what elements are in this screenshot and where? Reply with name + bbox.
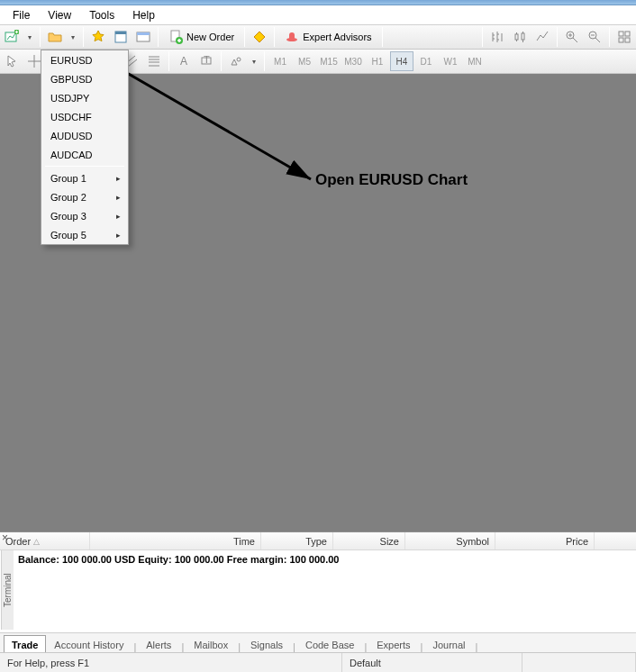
terminal-icon: [136, 30, 150, 44]
tab-divider: |: [291, 641, 297, 652]
col-label: Order: [5, 536, 31, 547]
menu-label: Group 1: [50, 173, 86, 184]
toolbar-separator: [168, 51, 169, 71]
status-profile[interactable]: Default: [342, 653, 522, 672]
menu-label: Group 5: [50, 230, 86, 241]
menu-label: USDCHF: [50, 112, 92, 123]
col-order[interactable]: Order △: [0, 532, 90, 549]
expert-hat-icon: [285, 30, 299, 44]
terminal-button[interactable]: [132, 27, 154, 48]
col-size[interactable]: Size: [333, 532, 405, 549]
timeframe-mn[interactable]: MN: [463, 51, 486, 71]
toolbar-separator: [557, 27, 558, 47]
line-chart-button[interactable]: [532, 27, 553, 48]
zoom-out-button[interactable]: [584, 27, 605, 48]
new-chart-button[interactable]: [1, 27, 23, 48]
star-icon: [91, 30, 105, 44]
shapes-button[interactable]: [225, 51, 247, 72]
dropdown-item-group3[interactable]: Group 3▸: [41, 206, 128, 225]
new-order-button[interactable]: New Order: [162, 27, 241, 48]
svg-rect-10: [522, 33, 524, 40]
dropdown-item-gbpusd[interactable]: GBPUSD: [41, 69, 128, 88]
tab-mailbox[interactable]: Mailbox: [186, 635, 236, 652]
balance-row[interactable]: Balance: 100 000.00 USD Equity: 100 000.…: [0, 550, 636, 568]
col-type[interactable]: Type: [261, 532, 333, 549]
menu-file[interactable]: File: [4, 7, 39, 23]
text-a-icon: A: [180, 55, 187, 68]
tile-button[interactable]: [613, 27, 635, 48]
status-bar: For Help, press F1 Default: [0, 652, 636, 672]
expert-advisors-button[interactable]: Expert Advisors: [278, 27, 377, 48]
svg-rect-9: [515, 34, 518, 40]
terminal-header-row: Order △ Time Type Size Symbol Price: [0, 532, 636, 550]
symbol-dropdown-menu: EURUSD GBPUSD USDJPY USDCHF AUDUSD AUDCA…: [41, 50, 129, 245]
tab-account-history[interactable]: Account History: [46, 635, 132, 652]
shapes-dropdown[interactable]: ▾: [248, 51, 260, 72]
timeframe-m30[interactable]: M30: [341, 51, 365, 71]
menu-label: AUDUSD: [50, 131, 92, 141]
toolbar-separator: [274, 27, 275, 47]
submenu-arrow-icon: ▸: [116, 231, 121, 240]
menu-help[interactable]: Help: [123, 7, 164, 23]
toolbar-main: ▾ ▾ New Order Expert Advisor: [0, 25, 636, 50]
svg-rect-15: [619, 38, 623, 42]
terminal-close-button[interactable]: ×: [2, 531, 8, 544]
profiles-button[interactable]: [44, 27, 66, 48]
text-label-button[interactable]: T: [195, 51, 217, 72]
tab-alerts[interactable]: Alerts: [138, 635, 179, 652]
svg-point-19: [237, 58, 241, 61]
candlestick-button[interactable]: [509, 27, 531, 48]
menu-tools[interactable]: Tools: [80, 7, 123, 23]
expert-advisors-label: Expert Advisors: [303, 32, 371, 42]
menubar: File View Tools Help: [0, 5, 636, 25]
toolbar-separator: [244, 27, 245, 47]
dropdown-separator: [45, 166, 124, 167]
tab-divider: |: [132, 641, 138, 652]
timeframe-m1[interactable]: M1: [268, 51, 292, 71]
fibonacci-icon: [147, 54, 161, 68]
cursor-icon: [5, 54, 19, 68]
timeframe-m15[interactable]: M15: [317, 51, 341, 71]
dropdown-item-audcad[interactable]: AUDCAD: [41, 145, 128, 164]
text-button[interactable]: A: [173, 51, 195, 72]
col-time[interactable]: Time: [90, 532, 261, 549]
zoom-in-button[interactable]: [561, 27, 583, 48]
dropdown-item-eurusd[interactable]: EURUSD: [41, 50, 128, 69]
timeframe-h4[interactable]: H4: [390, 51, 413, 71]
tab-journal[interactable]: Journal: [424, 635, 473, 652]
dropdown-item-usdjpy[interactable]: USDJPY: [41, 88, 128, 107]
col-symbol[interactable]: Symbol: [405, 532, 495, 549]
timeframe-m5[interactable]: M5: [293, 51, 316, 71]
tab-trade[interactable]: Trade: [4, 635, 46, 652]
tab-code-base[interactable]: Code Base: [297, 635, 362, 652]
tab-signals[interactable]: Signals: [242, 635, 291, 652]
navigator-button[interactable]: [110, 27, 132, 48]
dropdown-item-group1[interactable]: Group 1▸: [41, 168, 128, 187]
fibonacci-button[interactable]: [143, 51, 165, 72]
dropdown-item-group2[interactable]: Group 2▸: [41, 187, 128, 206]
profiles-dropdown[interactable]: ▾: [67, 27, 79, 48]
tab-divider: |: [362, 641, 368, 652]
menu-view[interactable]: View: [39, 7, 80, 23]
timeframe-w1[interactable]: W1: [439, 51, 462, 71]
line-chart-icon: [535, 30, 550, 44]
dropdown-item-audusd[interactable]: AUDUSD: [41, 126, 128, 145]
tab-experts[interactable]: Experts: [368, 635, 418, 652]
toolbar-separator: [382, 27, 383, 47]
chart-dropdown-button[interactable]: ▾: [23, 27, 36, 48]
svg-text:T: T: [204, 54, 210, 65]
toolbar-separator: [221, 51, 222, 71]
label-icon: T: [199, 54, 214, 68]
shapes-icon: [229, 54, 243, 68]
toolbar-separator: [158, 27, 159, 47]
timeframe-h1[interactable]: H1: [366, 51, 389, 71]
col-price[interactable]: Price: [495, 532, 595, 549]
market-watch-button[interactable]: [87, 27, 109, 48]
bar-chart-button[interactable]: [486, 27, 508, 48]
autotrading-button[interactable]: [249, 27, 270, 48]
dropdown-item-group5[interactable]: Group 5▸: [41, 225, 128, 244]
cursor-button[interactable]: [1, 51, 23, 72]
dropdown-item-usdchf[interactable]: USDCHF: [41, 107, 128, 126]
toolbar-separator: [482, 27, 483, 47]
timeframe-d1[interactable]: D1: [414, 51, 438, 71]
